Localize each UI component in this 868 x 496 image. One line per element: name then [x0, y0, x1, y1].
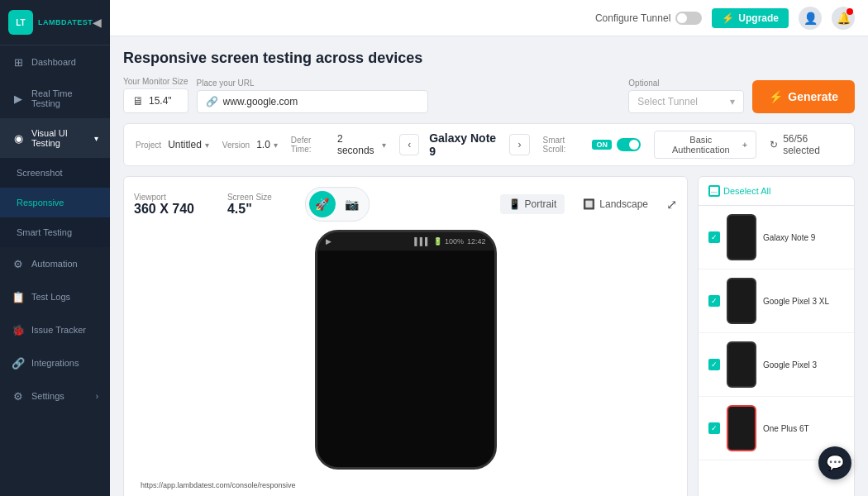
- smart-scroll-setting: Smart Scroll: ON: [543, 136, 641, 154]
- sidebar-item-test-logs[interactable]: 📋 Test Logs: [0, 280, 110, 313]
- sidebar-item-dashboard[interactable]: ⊞ Dashboard: [0, 45, 110, 79]
- monitor-size-label: Your Monitor Size: [123, 77, 188, 86]
- device-checkbox[interactable]: ✓: [708, 359, 720, 370]
- sub-nav: Screenshot Responsive Smart Testing: [0, 158, 110, 247]
- sidebar-item-integrations[interactable]: 🔗 Integrations: [0, 346, 110, 379]
- project-select[interactable]: Untitled ▾: [168, 139, 209, 150]
- list-item[interactable]: ✓ Galaxy Note 9: [699, 206, 854, 269]
- signal-icon: ▌▌▌: [414, 237, 430, 246]
- project-value: Untitled: [168, 139, 202, 150]
- deselect-all-button[interactable]: — Deselect All: [708, 185, 770, 197]
- optional-label: Optional: [628, 79, 744, 88]
- status-left: ▶: [326, 237, 331, 246]
- phone-frame: ▶ ▌▌▌ 🔋 100% 12:42: [315, 230, 497, 470]
- defer-time-label: Defer Time:: [291, 136, 331, 154]
- expand-button[interactable]: ⤢: [666, 197, 677, 212]
- basic-auth-label: Basic Authentication: [663, 135, 739, 155]
- sidebar-item-label: Smart Testing: [17, 227, 72, 237]
- version-select[interactable]: 1.0 ▾: [256, 139, 278, 150]
- sidebar-item-responsive[interactable]: Responsive: [0, 188, 110, 217]
- version-value: 1.0: [256, 139, 270, 150]
- settings-row: Project Untitled ▾ Version 1.0 ▾ Defer T…: [123, 123, 855, 166]
- content-main: Responsive screen testing across devices…: [110, 36, 868, 496]
- url-label: Place your URL: [197, 79, 621, 88]
- select-tunnel-placeholder: Select Tunnel: [637, 96, 698, 107]
- next-device-button[interactable]: ›: [509, 134, 529, 155]
- device-checkbox[interactable]: ✓: [708, 422, 720, 434]
- deselect-icon: —: [708, 185, 720, 197]
- sidebar-item-label: Settings: [31, 391, 64, 401]
- chat-bubble[interactable]: 💬: [818, 446, 851, 479]
- sidebar-item-settings[interactable]: ⚙ Settings ›: [0, 379, 110, 413]
- sidebar-item-automation[interactable]: ⚙ Automation: [0, 247, 110, 280]
- smart-scroll-badge: ON: [592, 140, 612, 150]
- sidebar-item-issue-tracker[interactable]: 🐞 Issue Tracker: [0, 313, 110, 346]
- phone-status-bar: ▶ ▌▌▌ 🔋 100% 12:42: [317, 232, 494, 250]
- project-setting: Project Untitled ▾: [136, 139, 209, 150]
- device-name-label: Google Pixel 3: [763, 360, 817, 370]
- device-thumbnail: [727, 278, 756, 324]
- smart-scroll-toggle[interactable]: [617, 138, 641, 151]
- smart-scroll-label: Smart Scroll:: [543, 136, 586, 154]
- upgrade-button[interactable]: ⚡ Upgrade: [712, 8, 789, 28]
- project-dropdown-icon: ▾: [205, 141, 209, 150]
- landscape-icon: 🔲: [583, 198, 595, 210]
- version-dropdown-icon: ▾: [274, 141, 278, 150]
- configure-tunnel-label: Configure Tunnel: [595, 12, 670, 24]
- sidebar-item-smart-testing[interactable]: Smart Testing: [0, 217, 110, 247]
- rocket-tab[interactable]: 🚀: [309, 191, 336, 217]
- sidebar-item-screenshot[interactable]: Screenshot: [0, 158, 110, 188]
- monitor-size-value: 15.4": [149, 95, 172, 107]
- generate-button[interactable]: ⚡ Generate: [752, 80, 855, 113]
- current-device-name: Galaxy Note 9: [429, 131, 499, 158]
- defer-time-select[interactable]: 2 seconds ▾: [337, 133, 386, 156]
- screen-size-value: 4.5": [227, 202, 272, 217]
- reload-icon: ↻: [770, 139, 778, 150]
- url-group: Place your URL 🔗: [197, 79, 621, 113]
- icon-tabs: 🚀 📷: [305, 187, 370, 222]
- sidebar-logo: LT LAMBDATEST ◀: [0, 0, 110, 45]
- sidebar-item-label: Integrations: [31, 358, 79, 368]
- device-nav: ‹ Galaxy Note 9 ›: [399, 131, 529, 158]
- list-item[interactable]: ✓ Google Pixel 3 XL: [699, 269, 854, 333]
- logo-text: LAMBDATEST: [38, 18, 93, 27]
- generate-label: Generate: [788, 90, 838, 103]
- device-checkbox[interactable]: ✓: [708, 231, 720, 243]
- device-name-label: Google Pixel 3 XL: [763, 297, 829, 306]
- generate-icon: ⚡: [769, 90, 783, 103]
- selected-count-value: 56/56 selected: [783, 133, 842, 156]
- sidebar-item-label: Real Time Testing: [31, 88, 98, 108]
- upgrade-label: Upgrade: [738, 12, 779, 24]
- landscape-button[interactable]: 🔲 Landscape: [575, 194, 656, 214]
- logo-icon: LT: [8, 10, 33, 35]
- defer-time-value: 2 seconds: [337, 133, 379, 156]
- sidebar-item-visual-ui-testing[interactable]: ◉ Visual UI Testing ▾: [0, 118, 110, 158]
- url-input-container[interactable]: 🔗: [197, 90, 428, 113]
- controls-row: Your Monitor Size 🖥 15.4" Place your URL…: [123, 77, 855, 113]
- configure-tunnel: Configure Tunnel: [595, 12, 702, 25]
- device-checkbox[interactable]: ✓: [708, 295, 720, 307]
- portrait-button[interactable]: 📱 Portrait: [500, 194, 565, 214]
- sidebar-item-real-time-testing[interactable]: ▶ Real Time Testing: [0, 79, 110, 118]
- user-avatar[interactable]: 👤: [799, 7, 822, 30]
- monitor-size-group: Your Monitor Size 🖥 15.4": [123, 77, 188, 113]
- version-label: Version: [222, 141, 250, 150]
- portrait-label: Portrait: [525, 198, 557, 210]
- sidebar-item-label: Issue Tracker: [31, 325, 86, 335]
- tunnel-toggle[interactable]: [675, 12, 702, 25]
- chevron-right-icon: ›: [96, 392, 98, 401]
- device-name-label: Galaxy Note 9: [763, 233, 815, 242]
- sidebar-toggle[interactable]: ◀: [93, 16, 102, 29]
- basic-auth-button[interactable]: Basic Authentication +: [654, 131, 756, 159]
- version-setting: Version 1.0 ▾: [222, 139, 278, 150]
- orientation-controls: 📱 Portrait 🔲 Landscape ⤢: [500, 194, 677, 214]
- list-item[interactable]: ✓ Google Pixel 3: [699, 333, 854, 397]
- camera-tab[interactable]: 📷: [339, 191, 365, 217]
- url-input[interactable]: [223, 96, 419, 107]
- prev-device-button[interactable]: ‹: [399, 134, 419, 155]
- defer-time-dropdown-icon: ▾: [382, 141, 386, 150]
- upgrade-icon: ⚡: [722, 12, 734, 24]
- notification-icon[interactable]: 🔔: [832, 7, 855, 30]
- deselect-all-label: Deselect All: [723, 186, 770, 196]
- tunnel-select[interactable]: Select Tunnel ▾: [628, 90, 744, 113]
